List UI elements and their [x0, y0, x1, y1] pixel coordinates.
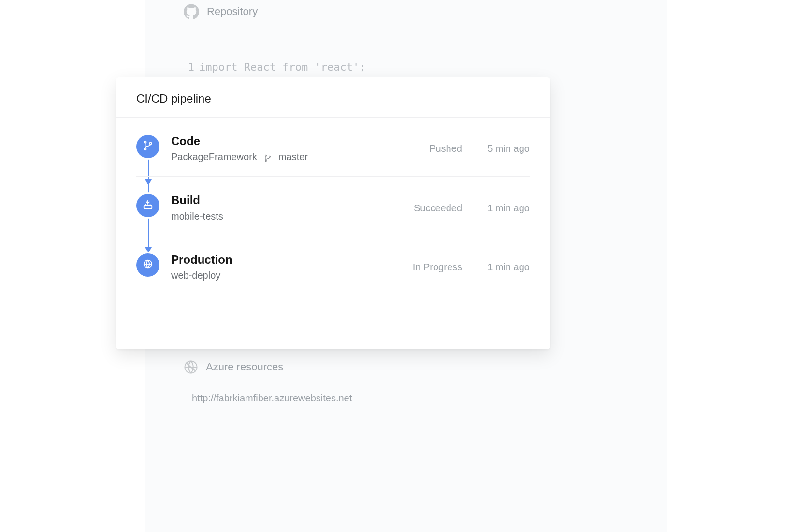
stage-subtitle: web-deploy: [171, 270, 220, 281]
stage-status: Pushed: [390, 143, 462, 154]
stage-badge: [136, 135, 160, 158]
github-icon: [184, 4, 199, 19]
azure-resources-header: Azure resources: [184, 360, 283, 374]
stage-time: 5 min ago: [462, 143, 530, 154]
stage-subtitle: mobile-tests: [171, 211, 223, 222]
stage-title: Build: [171, 194, 390, 207]
branch-icon: [143, 140, 153, 153]
connector-arrow-icon: [145, 179, 152, 185]
stage-title: Code: [171, 135, 390, 148]
site-url-text: http://fabrkiamfiber.azurewebsites.net: [192, 393, 352, 404]
svg-rect-7: [144, 206, 152, 208]
pipeline-card: CI/CD pipeline Code: [116, 77, 550, 349]
branch-mini-icon: [264, 153, 272, 161]
connector-arrow-icon: [145, 247, 152, 253]
globe-icon: [143, 259, 153, 271]
pipeline-stage-production[interactable]: Production web-deploy In Progress 1 min …: [136, 253, 530, 295]
repository-header: Repository: [184, 4, 258, 19]
pipeline-stage-code[interactable]: Code PackageFramework master Pushed 5 mi…: [136, 135, 530, 177]
pipeline-stage-build[interactable]: Build mobile-tests Succeeded 1 min ago: [136, 194, 530, 236]
stage-status: Succeeded: [390, 203, 462, 214]
stage-time: 1 min ago: [462, 262, 530, 273]
stage-status: In Progress: [390, 262, 462, 273]
stage-branch: master: [278, 151, 308, 163]
stage-time: 1 min ago: [462, 203, 530, 214]
stage-subtitle: PackageFramework: [171, 151, 257, 163]
site-url-field[interactable]: http://fabrkiamfiber.azurewebsites.net: [184, 385, 541, 411]
stage-badge: [136, 253, 160, 277]
pipeline-stages: Code PackageFramework master Pushed 5 mi…: [116, 118, 550, 300]
pipeline-title: CI/CD pipeline: [116, 77, 550, 118]
azure-globe-icon: [184, 360, 198, 374]
stage-badge: [136, 194, 160, 217]
stage-title: Production: [171, 253, 390, 266]
repository-label: Repository: [207, 5, 258, 18]
build-icon: [143, 199, 153, 212]
azure-resources-label: Azure resources: [206, 361, 283, 373]
